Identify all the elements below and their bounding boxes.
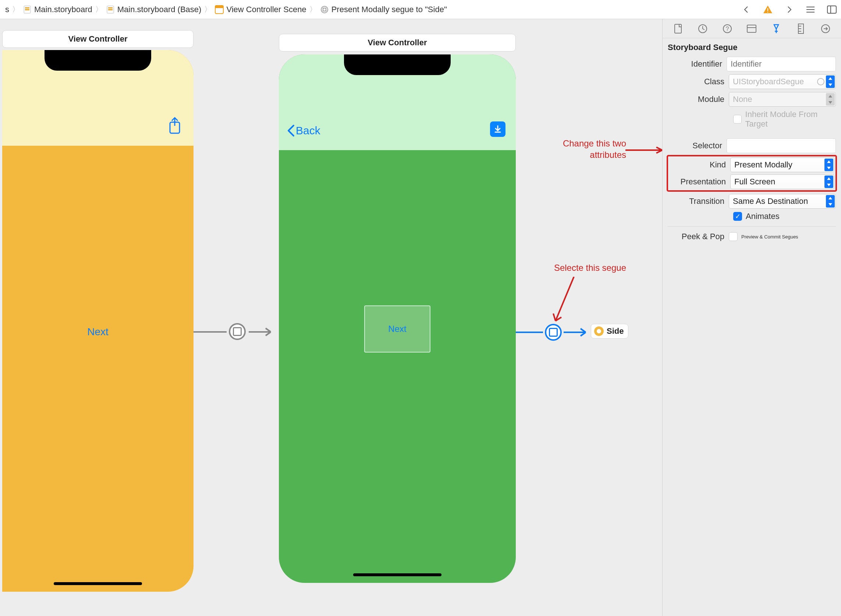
inherit-module-checkbox[interactable] (733, 115, 742, 124)
nav-forward-button[interactable] (783, 3, 796, 16)
checkbox-label: Animates (746, 211, 779, 221)
svg-text:?: ? (725, 26, 729, 32)
field-label: Kind (669, 160, 730, 170)
storyboard-file-icon (105, 5, 115, 14)
device-notch (344, 54, 451, 75)
share-icon[interactable] (167, 117, 182, 136)
svg-rect-9 (323, 8, 326, 11)
module-select[interactable]: None (729, 92, 836, 107)
breadcrumb-item[interactable]: Main.storyboard (20, 5, 95, 14)
svg-rect-5 (108, 9, 113, 10)
breadcrumb-item[interactable]: Main.storyboard (Base) (103, 5, 204, 14)
storyboard-file-icon (22, 5, 32, 14)
chevron-right-icon: 〉 (12, 4, 20, 14)
next-button[interactable]: Next (388, 324, 406, 334)
stepper-icon (826, 93, 835, 106)
field-label: Module (668, 95, 729, 104)
arrow-icon (552, 277, 581, 328)
field-label: Peek & Pop (668, 232, 729, 241)
identifier-field[interactable] (727, 57, 836, 71)
animates-checkbox[interactable]: ✓ (733, 212, 742, 221)
segue-grey[interactable] (229, 323, 246, 340)
view-controller-second[interactable]: Back Next (279, 54, 516, 583)
back-button[interactable]: Back (287, 125, 321, 137)
section-title: Storyboard Segue (662, 38, 841, 57)
svg-rect-7 (215, 6, 223, 8)
svg-rect-1 (25, 7, 29, 9)
next-button[interactable]: Next (87, 326, 108, 338)
checkbox-label: Inherit Module From Target (745, 110, 836, 129)
svg-rect-15 (827, 6, 836, 13)
inspector-panel: ? Storyboard Segue Identifier Class UISt… (662, 19, 841, 616)
identity-inspector-tab[interactable] (745, 22, 758, 35)
container-view[interactable]: Next (364, 305, 431, 352)
stepper-icon[interactable] (826, 75, 835, 88)
chevron-right-icon: 〉 (95, 4, 103, 14)
presentation-select[interactable]: Full Screen (730, 175, 834, 189)
field-label: Class (668, 77, 729, 87)
chevron-right-icon: 〉 (309, 4, 318, 14)
field-label: Transition (668, 197, 729, 206)
adjust-editor-button[interactable] (826, 3, 838, 16)
breadcrumb-item[interactable]: s (3, 5, 12, 14)
svg-rect-11 (768, 12, 768, 13)
scene-reference-side[interactable]: Side (591, 324, 629, 339)
stepper-icon[interactable] (825, 158, 833, 171)
stepper-icon[interactable] (825, 176, 833, 188)
svg-rect-25 (675, 24, 681, 33)
peek-pop-checkbox[interactable] (729, 232, 738, 241)
arrow-icon (626, 147, 662, 154)
scene-title-bar[interactable]: View Controller (2, 30, 193, 48)
field-label: Presentation (669, 177, 730, 186)
field-label: Selector (668, 141, 727, 151)
size-inspector-tab[interactable] (794, 22, 807, 35)
home-indicator (54, 582, 142, 585)
transition-select[interactable]: Same As Destination (729, 194, 836, 209)
breadcrumb-item[interactable]: View Controller Scene (212, 5, 308, 14)
segue-selected[interactable] (545, 324, 562, 341)
stepper-icon[interactable] (826, 195, 835, 208)
clear-icon[interactable] (817, 78, 825, 85)
annotation-select-segue: Selecte this segue (538, 262, 626, 273)
svg-rect-2 (25, 9, 29, 10)
svg-line-23 (555, 277, 574, 321)
file-inspector-tab[interactable] (671, 22, 685, 35)
scene-icon (214, 5, 224, 14)
svg-rect-29 (747, 25, 756, 32)
download-icon[interactable] (490, 122, 505, 137)
outline-toggle-button[interactable] (804, 3, 817, 16)
view-controller-first[interactable]: Next (2, 50, 193, 592)
breadcrumb-bar: s 〉 Main.storyboard 〉 Main.storyboard (B… (0, 0, 841, 19)
class-select[interactable]: UIStoryboardSegue (729, 74, 836, 89)
view-controller-icon (594, 326, 604, 336)
home-indicator (353, 573, 441, 576)
attributes-inspector-tab[interactable] (770, 22, 783, 35)
device-notch (44, 50, 151, 70)
chevron-right-icon: 〉 (204, 4, 212, 14)
storyboard-canvas[interactable]: View Controller Next View Controller (0, 19, 662, 616)
selector-field[interactable] (727, 138, 836, 153)
field-label: Identifier (668, 59, 727, 69)
checkbox-label: Preview & Commit Segues (741, 234, 799, 239)
connections-inspector-tab[interactable] (819, 22, 832, 35)
inspector-tabs: ? (662, 19, 841, 38)
scene-title-bar[interactable]: View Controller (279, 34, 516, 51)
svg-point-8 (321, 6, 328, 13)
kind-select[interactable]: Present Modally (730, 157, 834, 172)
annotation-change-attrs: Change this two attributes (549, 138, 626, 160)
warning-icon[interactable] (762, 3, 774, 16)
svg-rect-4 (108, 7, 113, 9)
svg-rect-10 (768, 8, 768, 11)
history-inspector-tab[interactable] (696, 22, 709, 35)
help-inspector-tab[interactable]: ? (721, 22, 734, 35)
breadcrumb-item[interactable]: Present Modally segue to "Side" (318, 5, 449, 14)
segue-icon (320, 5, 329, 14)
nav-back-button[interactable] (740, 3, 753, 16)
